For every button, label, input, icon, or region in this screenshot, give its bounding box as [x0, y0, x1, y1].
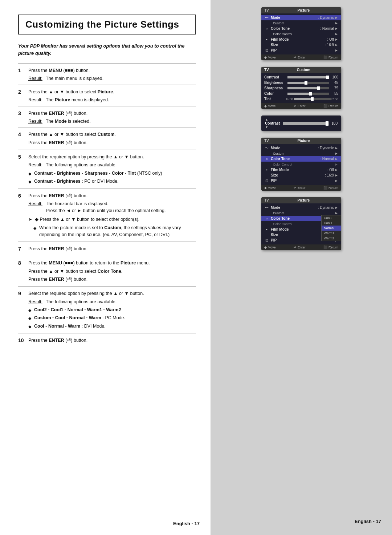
- panel-1: TV Picture 〜 Mode : Dynamic ► Custom ► ○: [261, 7, 341, 60]
- diamond-icon-4: ◆: [28, 307, 33, 313]
- step-3: 3 Press the ENTER (⏎) button. Result: Th…: [18, 106, 196, 127]
- step-5-result: Result: The following options are availa…: [28, 162, 196, 169]
- row-value-size: : 16:9: [325, 43, 334, 47]
- step-number-7: 7: [18, 246, 28, 252]
- bar-color: [287, 93, 329, 95]
- spacer-5-3: [264, 233, 269, 237]
- step-2-main: Press the ▲ or ▼ button to select Pictur…: [28, 89, 196, 96]
- row-label-colorcontrol: Color Control: [271, 32, 334, 36]
- step-content-6: Press the ENTER (⏎) button. Result: The …: [28, 192, 196, 239]
- step-number-2: 2: [18, 89, 28, 95]
- step-number-6: 6: [18, 192, 28, 199]
- contrast-up-arrow: ▲: [265, 118, 280, 121]
- dropdown-item-cool2[interactable]: Cool2: [322, 215, 341, 220]
- result-text-3: The Mode is selected.: [46, 118, 91, 125]
- tint-g: G 50: [286, 97, 293, 101]
- panel-2-tv-label: TV: [264, 68, 269, 72]
- panel-3: ▲ Contrast ▼ 100: [261, 115, 341, 131]
- circle-icon-5: ○: [264, 217, 269, 220]
- dropdown-item-cool1[interactable]: Cool1: [322, 220, 341, 226]
- sidebar: TV Picture 〜 Mode : Dynamic ► Custom ► ○: [211, 0, 392, 535]
- row-value-mode-4: : Dynamic: [318, 146, 334, 150]
- panel-4-footer: ◆ Move ↵ Enter ⬛ Return: [261, 185, 341, 191]
- panel-4-row-custom: Custom ►: [261, 151, 341, 156]
- dropdown-item-warm2[interactable]: Warm2: [322, 236, 341, 241]
- panel-4-row-colorcontrol: Color Control ►: [261, 162, 341, 167]
- step-number-9: 9: [18, 290, 28, 296]
- main-content: Customizing the Picture Settings Your PD…: [0, 0, 211, 535]
- row-arrow-mode: ►: [335, 16, 338, 20]
- bar-fill-color: [287, 93, 310, 95]
- panel-5-footer: ◆ Move ↵ Enter ⬛ Return: [261, 244, 341, 250]
- steps-list: 1 Press the MENU (■■■) button. Result: T…: [18, 63, 196, 348]
- step-4: 4 Press the ▲ or ▼ button to select Cust…: [18, 127, 196, 150]
- spacer-1: [264, 21, 269, 25]
- color-tone-dropdown[interactable]: Cool2 Cool1 Normal Warm1 Warm2: [321, 215, 341, 241]
- footer-page: - 17: [373, 519, 381, 524]
- step-3-result: Result: The Mode is selected.: [28, 118, 196, 125]
- row-label-colortone-4: Color Tone: [271, 157, 320, 161]
- row-label-colorcontrol-4: Color Control: [271, 163, 334, 166]
- step-content-8: Press the MENU (■■■) button to return to…: [28, 260, 196, 284]
- row-value-colortone: : Normal: [320, 27, 334, 31]
- cr-value-brightness: 45: [330, 81, 338, 85]
- square-icon-5: ▪: [264, 228, 269, 231]
- step-6-main: Press the ENTER (⏎) button.: [28, 192, 196, 199]
- footer-enter-5: ↵ Enter: [294, 246, 305, 249]
- bar-marker-tint: [311, 97, 314, 101]
- row-label-colortone: Color Tone: [271, 27, 320, 31]
- step-1: 1 Press the MENU (■■■) button. Result: T…: [18, 63, 196, 85]
- result-text-2: The Picture menu is displayed.: [46, 97, 109, 104]
- footer-return-1: ⬛ Return: [323, 56, 338, 59]
- row-arrow-custom-4: ►: [335, 151, 338, 155]
- panel-2-body: Contrast 100 Brightness 45: [261, 73, 341, 103]
- step-2-result: Result: The Picture menu is displayed.: [28, 97, 196, 104]
- step-4-main: Press the ▲ or ▼ button to select Custom…: [28, 131, 196, 138]
- remote-icon-5: ⊡: [264, 239, 269, 242]
- result-label-5: Result:: [28, 162, 44, 169]
- panel-5-title: Picture: [297, 198, 310, 202]
- row-label-mode-4: Mode: [271, 146, 318, 150]
- row-arrow-size: ►: [335, 43, 338, 47]
- spacer-4-1: [264, 152, 269, 155]
- row-label-filmmode-4: Film Mode: [271, 168, 327, 172]
- panel-4-header: TV Picture: [261, 138, 341, 144]
- language-label: English: [173, 521, 190, 526]
- panel-1-row-colortone: ○ Color Tone : Normal ►: [261, 26, 341, 31]
- footer-move-1: ◆ Move: [264, 56, 276, 59]
- panel-1-row-size: Size : 16:9 ►: [261, 42, 341, 48]
- row-value-filmmode-4: : Off: [327, 168, 334, 172]
- footer-enter-2: ↵ Enter: [294, 104, 305, 108]
- page-number: - 17: [192, 521, 200, 526]
- square-icon-4: ▪: [264, 168, 269, 172]
- result-text-5: The following options are available.: [46, 162, 117, 169]
- step-2: 2 Press the ▲ or ▼ button to select Pict…: [18, 85, 196, 106]
- row-label-custom: Custom: [271, 21, 334, 25]
- panel-4-title: Picture: [297, 139, 310, 143]
- footer-move-4: ◆ Move: [264, 186, 276, 190]
- spacer-4-3: [264, 174, 269, 177]
- step-9-bullet-2: ◆ Custom - Cool - Normal - Warm : PC Mod…: [28, 315, 196, 321]
- dropdown-item-warm1[interactable]: Warm1: [322, 231, 341, 236]
- panel-4-row-colortone: ○ Color Tone : Normal ►: [261, 156, 341, 162]
- result-label-6: Result:: [28, 200, 44, 207]
- spacer-4-2: [264, 163, 269, 166]
- row-arrow-mode-5: ►: [335, 206, 338, 210]
- row-arrow-mode-4: ►: [335, 146, 338, 150]
- panel-4-row-filmmode: ▪ Film Mode : Off ►: [261, 167, 341, 173]
- row-arrow-pip: ►: [335, 48, 338, 52]
- panel-5-body: 〜 Mode : Dynamic ► Custom ► ○ Color Tone…: [261, 203, 341, 244]
- dropdown-item-normal[interactable]: Normal: [322, 226, 341, 231]
- step-number-10: 10: [18, 337, 28, 343]
- wave-icon-5: 〜: [264, 206, 269, 210]
- circle-icon-1: ○: [264, 27, 269, 31]
- bar-marker-sharpness: [317, 86, 320, 90]
- result-text-1: The main menu is displayed.: [46, 75, 103, 82]
- panel-2-contrast: Contrast 100: [261, 74, 341, 80]
- row-arrow-size-4: ►: [335, 173, 338, 177]
- step-6-note-arrow: ➤ ◆ Press the ▲ or ▼ button to select ot…: [28, 216, 196, 223]
- panel-1-footer: ◆ Move ↵ Enter ⬛ Return: [261, 54, 341, 60]
- arrow-symbol: ➤: [28, 216, 33, 223]
- panel-2: TV Custom Contrast 100 Brightness: [261, 67, 341, 109]
- cr-label-contrast: Contrast: [264, 75, 286, 79]
